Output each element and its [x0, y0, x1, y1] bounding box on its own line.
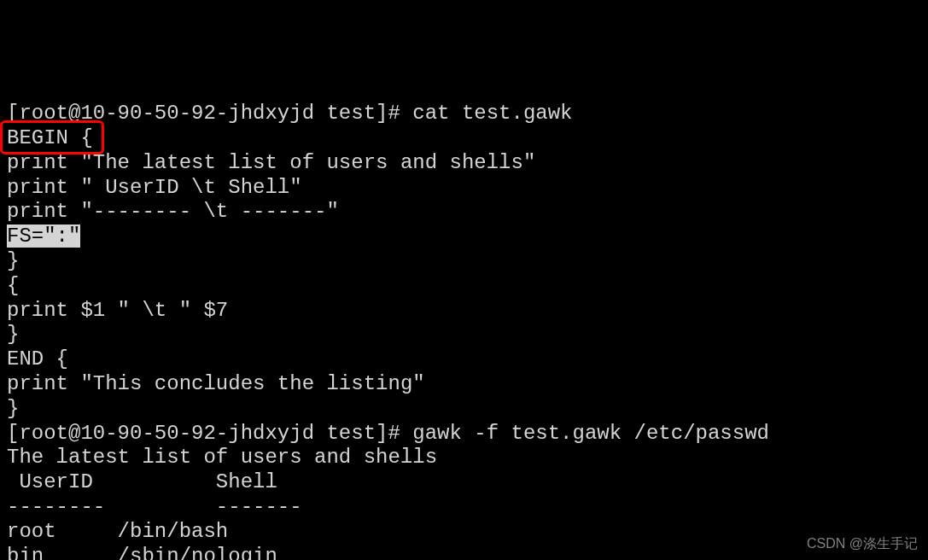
- terminal-line: [root@10-90-50-92-jhdxyjd test]# gawk -f…: [7, 422, 921, 446]
- terminal-line: }: [7, 323, 921, 347]
- terminal-line: print "This concludes the listing": [7, 372, 921, 397]
- terminal-line: print $1 " \t " $7: [7, 299, 921, 324]
- terminal-line: }: [7, 397, 921, 422]
- terminal-line: END {: [7, 347, 921, 372]
- terminal-line: root /bin/bash: [7, 520, 921, 545]
- terminal-line: The latest list of users and shells: [7, 446, 921, 470]
- terminal-line: BEGIN {: [7, 126, 921, 151]
- terminal-line: print "-------- \t -------": [7, 200, 921, 225]
- terminal-output[interactable]: [root@10-90-50-92-jhdxyjd test]# cat tes…: [7, 102, 921, 560]
- highlighted-fs-assignment: FS=":": [7, 225, 80, 248]
- terminal-line: print "The latest list of users and shel…: [7, 151, 921, 176]
- terminal-line: print " UserID \t Shell": [7, 176, 921, 201]
- terminal-line: -------- -------: [7, 495, 921, 520]
- terminal-line: FS=":": [7, 225, 921, 249]
- watermark-text: CSDN @涤生手记: [807, 535, 918, 551]
- terminal-line: [root@10-90-50-92-jhdxyjd test]# cat tes…: [7, 102, 921, 126]
- terminal-line: {: [7, 274, 921, 299]
- terminal-line: bin /sbin/nologin: [7, 545, 921, 560]
- terminal-line: }: [7, 249, 921, 274]
- terminal-line: UserID Shell: [7, 470, 921, 495]
